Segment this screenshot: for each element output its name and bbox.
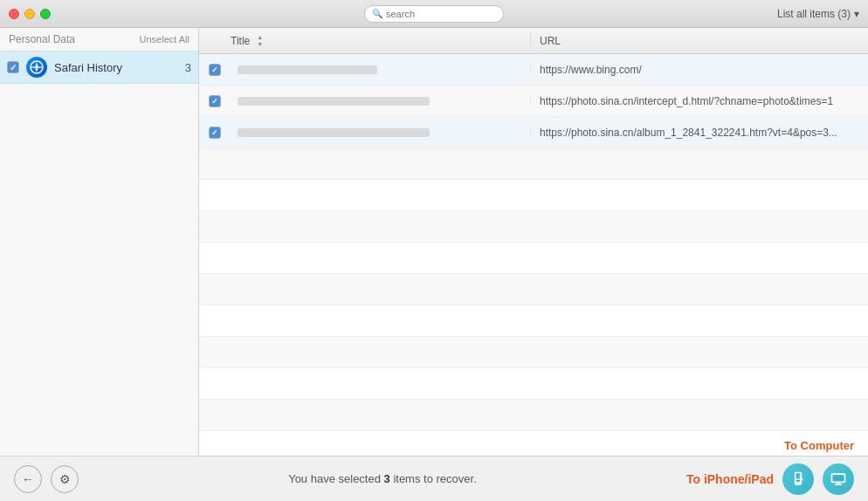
row-1-url: https://www.bing.com/ (531, 64, 868, 76)
minimize-button[interactable] (24, 9, 35, 19)
table-row[interactable]: https://photo.sina.cn/album_1_2841_32224… (199, 117, 868, 148)
row-1-title-col (231, 65, 531, 74)
safari-icon (26, 57, 47, 78)
sidebar: Personal Data Unselect All Safari Histor… (0, 28, 199, 456)
row-2-title-blurred (238, 97, 430, 106)
svg-rect-4 (796, 473, 801, 482)
url-header-label: URL (540, 35, 561, 47)
row-2-url: https://photo.sina.cn/intercept_d.html/?… (531, 95, 868, 107)
search-input[interactable] (386, 9, 496, 19)
back-button[interactable]: ← (14, 465, 42, 493)
row-1-checkbox[interactable] (209, 64, 221, 76)
table-body: https://www.bing.com/ https://photo.sina… (199, 54, 868, 456)
row-3-checkbox[interactable] (209, 127, 221, 139)
table-row[interactable]: https://photo.sina.cn/intercept_d.html/?… (199, 86, 868, 117)
title-sort-arrows[interactable]: ▲ ▼ (257, 34, 263, 47)
row-1-check-col (199, 64, 231, 76)
row-3-check-col (199, 127, 231, 139)
title-header-label: Title (231, 35, 250, 47)
row-2-title-col (231, 97, 531, 106)
empty-row (199, 243, 868, 274)
row-3-title-blurred (238, 128, 430, 137)
empty-row (199, 431, 868, 456)
right-panel: Title ▲ ▼ URL https://www.bing.com/ (199, 28, 868, 456)
search-icon: 🔍 (372, 9, 382, 18)
safari-history-label: Safari History (54, 61, 178, 74)
row-1-title-blurred (238, 65, 377, 74)
search-bar-wrapper: 🔍 (364, 5, 504, 23)
to-iphone-label[interactable]: To iPhone/iPad (686, 472, 774, 486)
settings-icon: ⚙ (59, 472, 71, 486)
to-computer-button[interactable] (823, 463, 854, 495)
status-count: 3 (384, 472, 390, 485)
empty-row (199, 274, 868, 305)
table-row[interactable]: https://www.bing.com/ (199, 54, 868, 86)
main-content: Personal Data Unselect All Safari Histor… (0, 28, 868, 456)
unselect-all-button[interactable]: Unselect All (140, 34, 189, 45)
sidebar-header: Personal Data Unselect All (0, 28, 198, 51)
empty-row (199, 211, 868, 243)
safari-history-count: 3 (185, 61, 191, 74)
list-all-label: List all items (3) (777, 8, 851, 20)
svg-rect-9 (835, 484, 842, 484)
sidebar-item-safari-history[interactable]: Safari History 3 (0, 51, 198, 84)
status-suffix: items to recover. (390, 472, 477, 485)
empty-row (199, 337, 868, 368)
to-iphone-button[interactable] (782, 463, 814, 495)
empty-row (199, 400, 868, 431)
computer-icon (830, 470, 847, 488)
bottom-bar: ← ⚙ You have selected 3 items to recover… (0, 456, 868, 501)
row-2-checkbox[interactable] (209, 95, 221, 107)
close-button[interactable] (9, 9, 19, 19)
sort-down-icon: ▼ (257, 41, 263, 47)
safari-history-checkbox[interactable] (7, 61, 19, 73)
empty-row (199, 148, 868, 180)
traffic-lights (9, 9, 51, 19)
url-column-header: URL (531, 35, 868, 47)
svg-rect-8 (837, 483, 841, 484)
status-text: You have selected 3 items to recover. (87, 472, 678, 485)
sort-up-icon: ▲ (257, 34, 263, 40)
chevron-down-icon: ▾ (854, 8, 859, 20)
row-3-title-col (231, 128, 531, 137)
table-header: Title ▲ ▼ URL (199, 28, 868, 54)
search-bar: 🔍 (364, 5, 504, 23)
back-icon: ← (22, 472, 34, 486)
empty-row (199, 368, 868, 400)
maximize-button[interactable] (40, 9, 51, 19)
title-bar: 🔍 List all items (3) ▾ (0, 0, 868, 28)
personal-data-label: Personal Data (9, 33, 75, 45)
status-prefix: You have selected (288, 472, 383, 485)
list-all-button[interactable]: List all items (3) ▾ (777, 8, 859, 20)
title-column-header: Title ▲ ▼ (199, 34, 531, 47)
svg-point-5 (797, 483, 799, 484)
row-3-url: https://photo.sina.cn/album_1_2841_32224… (531, 127, 868, 139)
settings-button[interactable]: ⚙ (51, 465, 79, 493)
empty-row (199, 305, 868, 337)
empty-row (199, 180, 868, 211)
to-computer-label[interactable]: To Computer (784, 439, 854, 452)
row-2-check-col (199, 95, 231, 107)
iphone-icon (789, 470, 807, 488)
